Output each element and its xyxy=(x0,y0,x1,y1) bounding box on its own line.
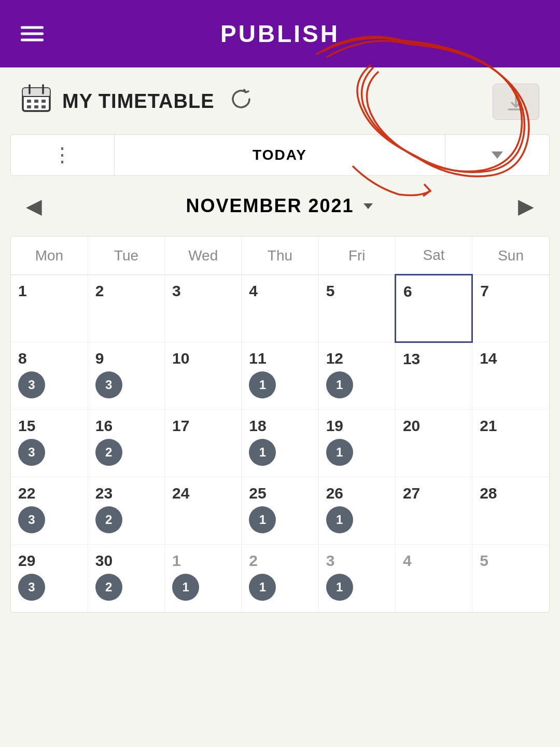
event-badge[interactable]: 1 xyxy=(326,574,353,601)
day-number: 19 xyxy=(326,417,388,435)
calendar-day[interactable]: 11 xyxy=(165,545,242,612)
calendar-day[interactable]: 293 xyxy=(11,545,88,612)
calendar-week-4: 223232242512612728 xyxy=(11,477,549,545)
calendar-day[interactable]: 21 xyxy=(472,410,549,477)
calendar-day[interactable]: 232 xyxy=(88,477,164,545)
weekday-sun: Sun xyxy=(472,237,549,275)
event-badge[interactable]: 1 xyxy=(172,574,199,601)
calendar-day[interactable]: 5 xyxy=(318,275,395,342)
month-dropdown-arrow xyxy=(362,195,374,217)
day-number: 5 xyxy=(326,282,387,300)
calendar-day[interactable]: 261 xyxy=(318,477,395,545)
today-label: TODAY xyxy=(253,147,307,163)
calendar-day[interactable]: 3 xyxy=(165,275,242,342)
svg-marker-13 xyxy=(363,203,373,209)
event-badge[interactable]: 2 xyxy=(95,574,122,601)
day-number: 2 xyxy=(95,282,157,300)
svg-rect-5 xyxy=(27,100,31,103)
calendar-day[interactable]: 302 xyxy=(88,545,164,612)
day-number: 15 xyxy=(18,417,80,435)
calendar-day[interactable]: 111 xyxy=(242,342,318,410)
weekday-wed: Wed xyxy=(165,237,242,275)
calendar-day[interactable]: 4 xyxy=(242,275,318,342)
calendar-day[interactable]: 251 xyxy=(242,477,318,545)
event-badge[interactable]: 1 xyxy=(249,371,276,398)
calendar-day[interactable]: 21 xyxy=(242,545,318,612)
calendar-day[interactable]: 4 xyxy=(395,545,472,612)
event-badge[interactable]: 1 xyxy=(326,371,353,398)
event-badge[interactable]: 3 xyxy=(95,371,122,398)
event-badge[interactable]: 3 xyxy=(18,371,45,398)
event-badge[interactable]: 3 xyxy=(18,439,45,466)
calendar-day[interactable]: 13 xyxy=(395,342,472,410)
calendar-day[interactable]: 31 xyxy=(318,545,395,612)
day-number: 4 xyxy=(403,552,465,570)
day-number: 11 xyxy=(249,350,311,367)
toolbar-menu-button[interactable]: ⋮ xyxy=(11,135,115,175)
calendar-day[interactable]: 27 xyxy=(395,477,472,545)
hamburger-line-1 xyxy=(21,26,44,29)
event-badge[interactable]: 1 xyxy=(249,574,276,601)
calendar-day[interactable]: 223 xyxy=(11,477,88,545)
calendar-day[interactable]: 1 xyxy=(11,275,88,342)
day-number: 27 xyxy=(403,485,465,502)
toolbar: ⋮ TODAY xyxy=(10,134,550,176)
day-number: 29 xyxy=(18,552,80,570)
calendar-day[interactable]: 10 xyxy=(165,342,242,410)
calendar-day[interactable]: 28 xyxy=(472,477,549,545)
day-number: 28 xyxy=(480,485,542,502)
day-number: 12 xyxy=(326,350,388,367)
day-number: 3 xyxy=(326,552,388,570)
month-title-area[interactable]: NOVEMBER 2021 xyxy=(186,195,374,217)
event-badge[interactable]: 1 xyxy=(326,506,353,533)
calendar-day[interactable]: 5 xyxy=(472,545,549,612)
calendar-day[interactable]: 2 xyxy=(88,275,164,342)
day-number: 25 xyxy=(249,485,311,502)
svg-rect-6 xyxy=(34,100,38,103)
day-number: 1 xyxy=(18,282,80,300)
calendar-day[interactable]: 153 xyxy=(11,410,88,477)
day-number: 21 xyxy=(480,417,542,435)
calendar-day[interactable]: 93 xyxy=(88,342,164,410)
next-month-button[interactable]: ▶ xyxy=(513,189,539,223)
svg-rect-10 xyxy=(41,105,46,108)
calendar-day[interactable]: 6 xyxy=(395,275,472,342)
calendar-day[interactable]: 17 xyxy=(165,410,242,477)
day-number: 30 xyxy=(95,552,157,570)
event-badge[interactable]: 3 xyxy=(18,506,45,533)
day-number: 2 xyxy=(249,552,311,570)
calendar-day[interactable]: 24 xyxy=(165,477,242,545)
today-button[interactable]: TODAY xyxy=(115,135,445,175)
event-badge[interactable]: 3 xyxy=(18,574,45,601)
view-dropdown[interactable] xyxy=(445,135,549,175)
calendar-week-3: 153162171811912021 xyxy=(11,410,549,477)
calendar-day[interactable]: 7 xyxy=(472,275,549,342)
day-number: 3 xyxy=(172,282,234,300)
calendar-day[interactable]: 162 xyxy=(88,410,164,477)
calendar-day[interactable]: 191 xyxy=(318,410,395,477)
event-badge[interactable]: 1 xyxy=(326,439,353,466)
event-badge[interactable]: 1 xyxy=(249,439,276,466)
calendar-week-5: 29330211213145 xyxy=(11,545,549,612)
download-button[interactable] xyxy=(493,84,539,120)
header: PUBLISH xyxy=(0,0,560,67)
refresh-button[interactable] xyxy=(230,88,253,115)
svg-marker-12 xyxy=(492,151,503,159)
app-title: PUBLISH xyxy=(220,20,340,48)
three-dots-icon: ⋮ xyxy=(52,144,73,167)
calendar-day[interactable]: 14 xyxy=(472,342,549,410)
calendar-day[interactable]: 20 xyxy=(395,410,472,477)
event-badge[interactable]: 2 xyxy=(95,439,122,466)
calendar-day[interactable]: 121 xyxy=(318,342,395,410)
calendar-day[interactable]: 181 xyxy=(242,410,318,477)
event-badge[interactable]: 2 xyxy=(95,506,122,533)
calendar-day[interactable]: 83 xyxy=(11,342,88,410)
day-number: 22 xyxy=(18,485,80,502)
day-number: 5 xyxy=(480,552,542,570)
weekday-tue: Tue xyxy=(88,237,164,275)
prev-month-button[interactable]: ◀ xyxy=(21,189,47,223)
hamburger-line-2 xyxy=(21,33,44,35)
menu-button[interactable] xyxy=(21,23,44,45)
svg-rect-7 xyxy=(41,100,46,103)
event-badge[interactable]: 1 xyxy=(249,506,276,533)
